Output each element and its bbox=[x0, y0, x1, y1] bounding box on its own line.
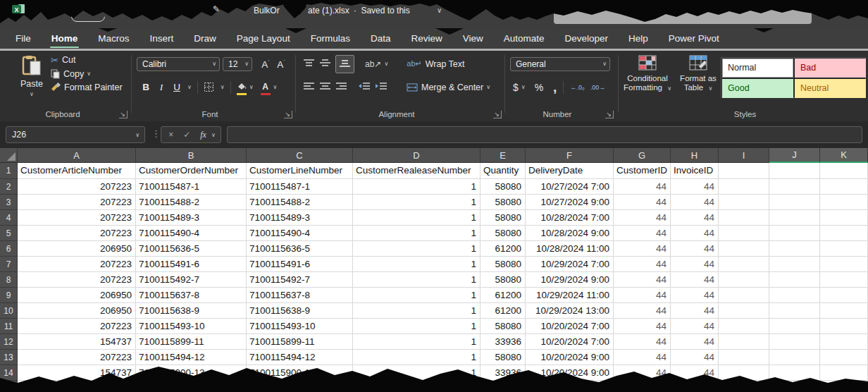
cell[interactable]: 207223 bbox=[18, 272, 136, 288]
row-header-6[interactable]: 6 bbox=[0, 241, 18, 257]
row-header-4[interactable]: 4 bbox=[0, 210, 18, 226]
decrease-font-size-button[interactable]: Aˇ bbox=[273, 59, 289, 70]
column-header-e[interactable]: E bbox=[480, 148, 526, 163]
cell[interactable] bbox=[719, 365, 769, 381]
cut-button[interactable]: ✂ Cut bbox=[51, 55, 123, 66]
middle-align-button[interactable] bbox=[319, 58, 331, 71]
italic-button[interactable]: I bbox=[154, 82, 169, 93]
cell[interactable]: 207223 bbox=[18, 210, 136, 226]
cell[interactable] bbox=[769, 303, 820, 319]
cell[interactable] bbox=[820, 241, 868, 257]
conditional-formatting-button[interactable]: Conditional Formatting ∨ bbox=[622, 55, 673, 93]
cell[interactable]: 44 bbox=[614, 272, 671, 288]
merge-center-button[interactable]: Merge & Center ∨ bbox=[407, 82, 490, 92]
increase-indent-button[interactable] bbox=[375, 81, 388, 94]
cell[interactable]: 207223 bbox=[18, 319, 136, 334]
cell[interactable]: 44 bbox=[614, 226, 671, 241]
row-header-14[interactable]: 14 bbox=[0, 365, 18, 381]
tab-macros[interactable]: Macros bbox=[98, 33, 129, 44]
format-as-table-button[interactable]: Format as Table ∨ bbox=[673, 55, 724, 93]
cell[interactable] bbox=[769, 334, 820, 350]
cancel-button[interactable]: × bbox=[163, 130, 178, 140]
align-right-button[interactable] bbox=[335, 81, 347, 94]
alignment-dialog-launcher[interactable]: ↘ bbox=[493, 111, 502, 118]
row-header-7[interactable]: 7 bbox=[0, 257, 18, 272]
cell[interactable]: 10/27/2024 9:00 bbox=[526, 195, 614, 210]
cell[interactable] bbox=[18, 381, 136, 392]
cell[interactable]: 58080 bbox=[480, 179, 526, 195]
cell[interactable]: 7100115638-9 bbox=[136, 303, 247, 319]
cell[interactable] bbox=[480, 381, 526, 392]
cell[interactable] bbox=[769, 241, 820, 257]
cell[interactable]: 44 bbox=[671, 195, 719, 210]
cell[interactable] bbox=[769, 288, 820, 303]
cell[interactable] bbox=[820, 350, 868, 365]
wrap-text-button[interactable]: ab↵ Wrap Text bbox=[407, 59, 464, 69]
cell[interactable]: InvoiceID bbox=[671, 163, 719, 179]
row-header-3[interactable]: 3 bbox=[0, 195, 18, 210]
column-header-d[interactable]: D bbox=[353, 148, 480, 163]
cell[interactable]: 44 bbox=[614, 303, 671, 319]
cell[interactable]: 10/20/2024 7:00 bbox=[526, 334, 614, 350]
cell[interactable] bbox=[719, 195, 769, 210]
cell[interactable] bbox=[719, 226, 769, 241]
cell[interactable]: 44 bbox=[614, 241, 671, 257]
cell[interactable] bbox=[820, 179, 868, 195]
cell[interactable] bbox=[820, 226, 868, 241]
cell[interactable]: 7100115491-6 bbox=[247, 257, 353, 272]
cell[interactable] bbox=[769, 365, 820, 381]
top-align-button[interactable] bbox=[303, 58, 315, 71]
cell[interactable] bbox=[769, 163, 820, 179]
column-header-k[interactable]: K bbox=[820, 148, 868, 163]
cell[interactable]: 7100115494-12 bbox=[136, 350, 247, 365]
cell[interactable] bbox=[719, 163, 769, 179]
cell[interactable] bbox=[719, 319, 769, 334]
cell[interactable] bbox=[719, 334, 769, 350]
format-painter-button[interactable]: Format Painter bbox=[51, 82, 123, 92]
cell[interactable]: 58080 bbox=[480, 350, 526, 365]
cell[interactable]: 44 bbox=[614, 365, 671, 381]
row-header-5[interactable]: 5 bbox=[0, 226, 18, 241]
cell[interactable]: 58080 bbox=[480, 319, 526, 334]
cell[interactable]: DeliveryDate bbox=[526, 163, 614, 179]
cell[interactable]: 207223 bbox=[18, 195, 136, 210]
clipboard-dialog-launcher[interactable]: ↘ bbox=[119, 111, 128, 118]
cell[interactable]: 58080 bbox=[480, 272, 526, 288]
cell[interactable]: 1 bbox=[353, 179, 480, 195]
tab-review[interactable]: Review bbox=[411, 33, 442, 44]
row-header-13[interactable]: 13 bbox=[0, 350, 18, 365]
cell[interactable]: 207223 bbox=[18, 226, 136, 241]
row-header-2[interactable]: 2 bbox=[0, 179, 18, 195]
cell[interactable]: 33936 bbox=[480, 334, 526, 350]
cell-style-neutral[interactable]: Neutral bbox=[795, 79, 866, 98]
orientation-button[interactable]: ab↗ bbox=[365, 59, 381, 69]
cell[interactable]: 58080 bbox=[480, 195, 526, 210]
font-name-combobox[interactable]: Calibri ∨ bbox=[137, 57, 220, 71]
cell[interactable] bbox=[526, 381, 614, 392]
cell[interactable]: 44 bbox=[614, 288, 671, 303]
cell[interactable] bbox=[719, 303, 769, 319]
cell[interactable] bbox=[769, 319, 820, 334]
comma-style-button[interactable]: , bbox=[553, 84, 557, 91]
cell[interactable] bbox=[820, 334, 868, 350]
cell[interactable]: 44 bbox=[671, 365, 719, 381]
cell[interactable]: CustomerOrderNumber bbox=[136, 163, 247, 179]
cell[interactable] bbox=[769, 179, 820, 195]
copy-button[interactable]: Copy ∨ bbox=[51, 69, 123, 79]
cell[interactable] bbox=[719, 210, 769, 226]
column-header-j[interactable]: J bbox=[769, 148, 820, 163]
tab-help[interactable]: Help bbox=[628, 33, 648, 44]
cell[interactable] bbox=[820, 381, 868, 392]
cell[interactable]: 7100115493-10 bbox=[136, 319, 247, 334]
tab-view[interactable]: View bbox=[463, 33, 483, 44]
column-header-b[interactable]: B bbox=[136, 148, 247, 163]
cell[interactable]: 44 bbox=[671, 241, 719, 257]
cell[interactable]: 1 bbox=[353, 365, 480, 381]
cell[interactable] bbox=[136, 381, 247, 392]
cell[interactable]: 7100115900-13 bbox=[247, 365, 353, 381]
cell[interactable] bbox=[769, 257, 820, 272]
cell[interactable] bbox=[353, 381, 480, 392]
borders-icon[interactable] bbox=[204, 82, 214, 92]
cell[interactable] bbox=[769, 272, 820, 288]
select-all-corner[interactable] bbox=[0, 148, 18, 163]
